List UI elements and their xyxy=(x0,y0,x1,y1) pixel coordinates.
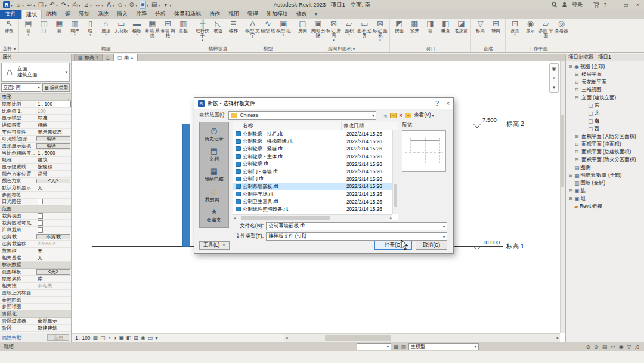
level-head-2[interactable] xyxy=(473,124,481,128)
ribbon-tool[interactable]: ≣ 楼梯 ▾ xyxy=(226,19,241,33)
tree-item[interactable]: ⊞ 面积平面 (净面积) xyxy=(566,140,644,148)
tree-item-label[interactable]: 图纸 (全部) xyxy=(581,180,605,186)
scrollbar-thumb[interactable] xyxy=(241,216,330,220)
file-list-hscrollbar[interactable]: ◂ ▸ xyxy=(233,214,392,220)
tree-item[interactable]: ⊟ ◉ 视图 (全部) xyxy=(566,63,644,70)
tree-item[interactable]: ⊞ 面积平面 (防火分区面积) xyxy=(566,156,644,164)
property-value[interactable]: 建筑 xyxy=(36,157,71,164)
qat-dropdown-arrow[interactable]: ▾ xyxy=(67,3,69,7)
level-2-name[interactable]: 标高 2 xyxy=(506,120,524,128)
ribbon-group-label[interactable]: 基准 xyxy=(473,45,503,52)
ribbon-tab[interactable]: 建筑 xyxy=(21,10,42,19)
qat-dropdown-arrow[interactable]: ▾ xyxy=(33,3,35,7)
section-header[interactable]: 标识数据ꞈ xyxy=(0,262,71,269)
scroll-left-icon[interactable]: ◂ xyxy=(233,216,236,220)
property-value[interactable] xyxy=(36,199,71,205)
tree-item-label[interactable]: 族 xyxy=(581,187,586,194)
file-tab[interactable]: 文件 xyxy=(0,10,21,19)
section-header[interactable]: 图形ꞈ xyxy=(0,94,71,101)
file-row[interactable]: 公制卫生器具.rft 2022/2/14 15:26 xyxy=(233,198,398,205)
qat-icon[interactable]: ↷ xyxy=(60,1,67,8)
ribbon-tool[interactable]: ◫ 门 ▾ xyxy=(36,19,51,33)
tree-item[interactable]: ⊟ 立面 (建筑立面) xyxy=(566,94,644,101)
property-value[interactable] xyxy=(36,192,71,198)
property-value[interactable]: 显示原状态 xyxy=(36,129,71,136)
cancel-button[interactable]: 取消(C) xyxy=(416,241,447,250)
ribbon-tool[interactable]: ◩ 按面 ▾ xyxy=(392,19,407,33)
home-view-button[interactable]: ⌂ xyxy=(104,54,112,61)
ribbon-tool[interactable]: ⊞ 轴网 ▾ xyxy=(488,19,503,33)
edit-type-button[interactable]: ▦ 编辑类型 xyxy=(42,83,70,92)
tree-item[interactable]: ⊞ ▣ 组 xyxy=(566,195,644,202)
ribbon-tool[interactable]: ▯ 柱 ▾ xyxy=(83,19,98,36)
qat-dropdown-arrow[interactable]: ▾ xyxy=(158,3,160,7)
property-value[interactable]: 南 xyxy=(36,276,71,282)
ribbon-tab[interactable]: 注释 xyxy=(132,10,151,19)
level-1-elevation[interactable]: ±0.000 xyxy=(482,239,500,245)
close-button[interactable]: × xyxy=(634,2,641,8)
qat-dropdown-arrow[interactable]: ▾ xyxy=(79,3,80,7)
collapse-icon[interactable]: ꞈ xyxy=(68,263,69,267)
ribbon-tool[interactable]: ▭ 天花板 ▾ xyxy=(114,19,129,33)
tree-item-label[interactable]: 面积平面 (人防分区面积) xyxy=(581,133,636,140)
section-header[interactable]: 阶段化ꞈ xyxy=(0,310,71,318)
qat-dropdown-arrow[interactable]: ▾ xyxy=(22,3,24,7)
tree-expander-icon[interactable]: ⊞ xyxy=(574,149,579,155)
scrollbar-thumb[interactable] xyxy=(561,115,564,187)
view-control-icon[interactable]: ◫ xyxy=(100,335,106,341)
property-value[interactable]: 全部显示 xyxy=(36,318,71,324)
filetype-select[interactable]: 族样板文件 (*.rft)▾ xyxy=(266,232,447,241)
file-row[interactable]: 公制轮廓 - 楼梯前缘.rft 2022/2/14 15:26 xyxy=(233,138,398,146)
back-icon[interactable]: ◄ xyxy=(382,112,388,119)
nav-icon[interactable]: ⌕ xyxy=(552,75,555,81)
property-value[interactable]: 1 : 100 xyxy=(36,101,71,107)
property-value[interactable]: 标准 xyxy=(36,115,71,121)
search-icon[interactable] xyxy=(552,2,558,8)
qat-icon[interactable]: R xyxy=(3,1,10,8)
scroll-right-icon[interactable]: ▸ xyxy=(555,336,560,340)
design-option-select[interactable]: 主模型▾ xyxy=(408,343,479,350)
ribbon-tool[interactable]: ◎ 查看器 ▾ xyxy=(554,19,569,33)
ribbon-group-label[interactable]: 房间和面积 ▾ xyxy=(295,45,388,52)
qat-icon[interactable]: A xyxy=(106,1,112,8)
ribbon-group-label[interactable]: 工作平面 xyxy=(507,45,569,52)
tree-expander-icon[interactable]: ⊞ xyxy=(574,87,579,93)
tree-item-label[interactable]: 面积平面 (防火分区面积) xyxy=(581,156,636,163)
type-selector[interactable]: ⌂ 立面 建筑立面 ▾ xyxy=(1,63,70,82)
ribbon-tab[interactable]: 钢 xyxy=(61,10,75,19)
tree-expander-icon[interactable]: ⊟ xyxy=(574,95,579,100)
scrollbar-thumb[interactable] xyxy=(394,184,397,207)
view-tab-active[interactable]: ▢ 南 × xyxy=(113,54,138,61)
qat-dropdown-arrow[interactable]: ▾ xyxy=(169,3,171,7)
tree-item[interactable]: ⊞ ▦ 明细表/数量 (全部) xyxy=(566,171,644,179)
ribbon-group-label[interactable]: 选择 ▾ xyxy=(2,45,17,52)
close-tab-icon[interactable]: × xyxy=(131,55,134,60)
property-value[interactable]: 不相关 xyxy=(36,283,71,290)
places-bar-item[interactable]: ◷ 历史记录 xyxy=(200,125,228,143)
places-bar-item[interactable]: ▤ 文档 xyxy=(200,145,228,164)
view-control-icon[interactable]: ▣ xyxy=(119,335,124,341)
tree-item-label[interactable]: 面积平面 (净面积) xyxy=(581,141,621,147)
tree-item[interactable]: ⊞ 面积平面 (人防分区面积) xyxy=(566,133,644,140)
ribbon-group-label[interactable]: 洞口 xyxy=(392,45,469,52)
ribbon-group-label[interactable]: 构建 xyxy=(21,45,191,52)
status-icon[interactable]: ⊕ xyxy=(594,344,599,350)
ribbon-group-label[interactable]: 楼梯坡道 xyxy=(195,45,241,52)
tree-expander-icon[interactable]: ⊞ xyxy=(574,72,579,77)
tools-button[interactable]: 工具(L)▼ xyxy=(199,241,230,250)
ribbon-tool[interactable]: ▣ 模型 组 ▾ xyxy=(276,19,291,36)
qat-icon[interactable]: ◇ xyxy=(117,1,123,8)
property-value[interactable]: <无> xyxy=(36,269,70,275)
tree-item[interactable]: ⊞ 楼层平面 xyxy=(566,70,644,78)
ribbon-tool[interactable]: A 模型 文字 ▾ xyxy=(245,19,260,39)
wall-elevation[interactable] xyxy=(182,124,190,247)
worksets-icon[interactable]: ▦ xyxy=(394,344,399,350)
property-value[interactable] xyxy=(36,213,71,219)
ribbon-tab[interactable]: 修改 xyxy=(292,10,311,19)
property-value[interactable]: 粗略 xyxy=(36,122,71,128)
property-value[interactable]: 无 xyxy=(36,254,71,261)
status-icon[interactable]: ↦ xyxy=(611,344,615,350)
qat-icon[interactable]: ⊿ xyxy=(83,1,89,8)
lookin-combo[interactable]: Chinese ▾ xyxy=(228,111,376,120)
property-value[interactable] xyxy=(36,304,71,310)
